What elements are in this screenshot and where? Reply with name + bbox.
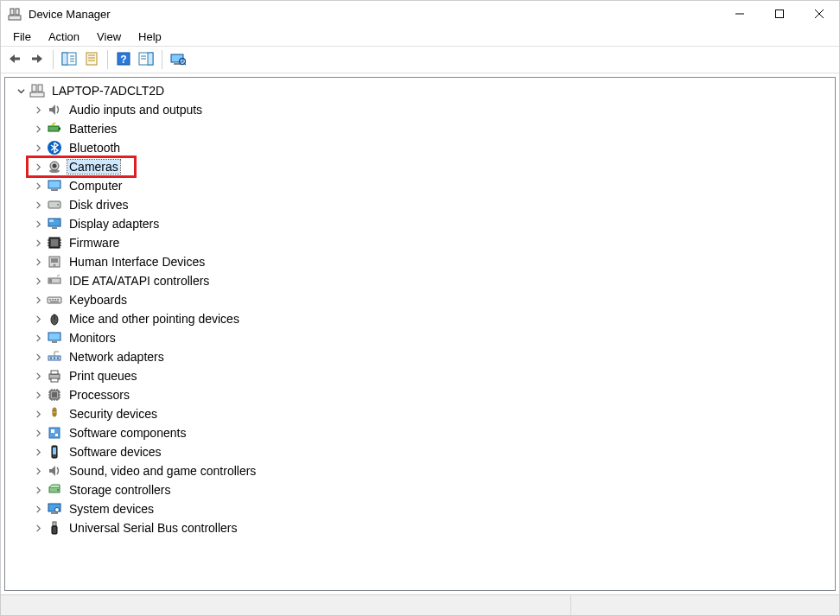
menu-view[interactable]: View <box>90 29 128 45</box>
ide-icon <box>47 273 62 289</box>
chevron-right-icon[interactable] <box>33 200 43 210</box>
action-pane-button[interactable] <box>136 49 156 70</box>
svg-rect-75 <box>52 392 57 397</box>
svg-rect-30 <box>38 85 42 92</box>
chevron-right-icon[interactable] <box>33 523 43 533</box>
svg-rect-45 <box>51 239 58 246</box>
tree-item[interactable]: IDE ATA/ATAPI controllers <box>7 271 833 290</box>
help-button[interactable]: ? <box>113 49 134 70</box>
tree-item-label: Disk drives <box>67 198 130 212</box>
window-controls <box>720 1 839 27</box>
tree-item[interactable]: Mice and other pointing devices <box>7 309 833 328</box>
chevron-right-icon[interactable] <box>33 466 43 476</box>
tree-item[interactable]: Bluetooth <box>7 138 833 157</box>
nav-back-button[interactable] <box>4 49 25 70</box>
chevron-right-icon[interactable] <box>33 485 43 495</box>
toolbar: ? <box>1 46 839 73</box>
tree-item-label: Mice and other pointing devices <box>67 312 241 326</box>
tree-item[interactable]: Cameras <box>7 157 833 176</box>
tree-item[interactable]: Human Interface Devices <box>7 252 833 271</box>
chevron-right-icon[interactable] <box>33 162 43 172</box>
chevron-right-icon[interactable] <box>33 428 43 438</box>
svg-line-27 <box>184 63 186 65</box>
svg-rect-90 <box>54 413 54 416</box>
svg-rect-21 <box>148 53 153 65</box>
svg-rect-62 <box>50 302 59 303</box>
menu-file[interactable]: File <box>6 29 38 45</box>
svg-rect-65 <box>48 333 60 340</box>
tree-item[interactable]: Keyboards <box>7 290 833 309</box>
minimize-button[interactable] <box>720 1 760 27</box>
svg-rect-1 <box>10 9 14 15</box>
properties-icon <box>85 52 99 68</box>
tree-item[interactable]: Disk drives <box>7 195 833 214</box>
nav-forward-button[interactable] <box>27 49 48 70</box>
chevron-right-icon[interactable] <box>33 371 43 381</box>
chevron-right-icon[interactable] <box>33 276 43 286</box>
tree-item[interactable]: Software devices <box>7 442 833 461</box>
chevron-right-icon[interactable] <box>33 181 43 191</box>
scan-hardware-button[interactable] <box>168 49 188 70</box>
tree-item-label: System devices <box>67 502 156 516</box>
audio-icon <box>47 102 62 117</box>
tree-item[interactable]: Security devices <box>7 404 833 423</box>
chevron-right-icon[interactable] <box>33 295 43 305</box>
chevron-right-icon[interactable] <box>33 143 43 153</box>
tree-item[interactable]: Computer <box>7 176 833 195</box>
chevron-right-icon[interactable] <box>33 314 43 324</box>
tree-item[interactable]: Audio inputs and outputs <box>7 100 833 119</box>
show-hide-tree-button[interactable] <box>59 49 80 70</box>
tree-item[interactable]: Display adapters <box>7 214 833 233</box>
tree-item[interactable]: Print queues <box>7 366 833 385</box>
tree-item-label: IDE ATA/ATAPI controllers <box>67 274 211 288</box>
tree-item[interactable]: Firmware <box>7 233 833 252</box>
tree-item-label: Software devices <box>67 445 163 459</box>
tree-item[interactable]: System devices <box>7 499 833 518</box>
svg-rect-61 <box>57 299 59 301</box>
tree-item-label: Computer <box>67 179 124 193</box>
chevron-right-icon[interactable] <box>33 238 43 248</box>
svg-rect-0 <box>9 16 21 20</box>
properties-button[interactable] <box>81 49 102 70</box>
svg-rect-70 <box>57 358 59 359</box>
tree-root-label: LAPTOP-7ADCLT2D <box>50 84 166 98</box>
tree-item[interactable]: Storage controllers <box>7 480 833 499</box>
svg-rect-31 <box>48 126 59 131</box>
hid-icon <box>47 254 62 270</box>
chevron-right-icon[interactable] <box>33 219 43 229</box>
usb-icon <box>47 520 62 536</box>
tree-item[interactable]: Universal Serial Bus controllers <box>7 518 833 537</box>
chevron-right-icon[interactable] <box>33 504 43 514</box>
tree-item[interactable]: Network adapters <box>7 347 833 366</box>
chevron-right-icon[interactable] <box>33 352 43 362</box>
chevron-right-icon[interactable] <box>33 257 43 267</box>
action-pane-icon <box>138 52 154 68</box>
tree-item[interactable]: Monitors <box>7 328 833 347</box>
chevron-right-icon[interactable] <box>33 124 43 134</box>
chevron-right-icon[interactable] <box>33 409 43 419</box>
chevron-right-icon[interactable] <box>33 447 43 457</box>
arrow-left-icon <box>7 53 22 67</box>
menu-help[interactable]: Help <box>131 29 169 45</box>
chevron-down-icon[interactable] <box>16 86 26 96</box>
keyboard-icon <box>47 292 62 308</box>
tree-item-label: Storage controllers <box>67 483 173 497</box>
tree-item-label: Security devices <box>67 407 159 421</box>
chevron-right-icon[interactable] <box>33 390 43 400</box>
chevron-right-icon[interactable] <box>33 105 43 115</box>
close-button[interactable] <box>799 1 839 27</box>
storage-icon <box>47 482 62 498</box>
processor-icon <box>47 387 62 403</box>
tree-item[interactable]: Software components <box>7 423 833 442</box>
tree-item[interactable]: Processors <box>7 385 833 404</box>
tree-item-label: Human Interface Devices <box>67 255 207 269</box>
tree-item-label: Audio inputs and outputs <box>67 103 204 117</box>
tree-root[interactable]: LAPTOP-7ADCLT2D <box>7 81 833 100</box>
tree-item[interactable]: Sound, video and game controllers <box>7 461 833 480</box>
maximize-button[interactable] <box>760 1 799 27</box>
tree-item[interactable]: Batteries <box>7 119 833 138</box>
menu-action[interactable]: Action <box>41 29 86 45</box>
svg-rect-10 <box>62 53 67 65</box>
svg-rect-28 <box>30 92 44 97</box>
chevron-right-icon[interactable] <box>33 333 43 343</box>
